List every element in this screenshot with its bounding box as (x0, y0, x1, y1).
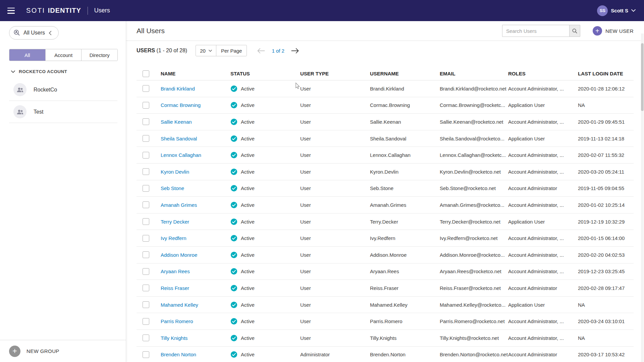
row-checkbox-cell (137, 235, 161, 242)
user-name-link[interactable]: Cormac Browning (161, 102, 201, 108)
row-checkbox[interactable] (143, 301, 149, 308)
last-login-cell: 2020-01-29 09:45:51 (578, 119, 634, 125)
row-checkbox[interactable] (143, 152, 149, 159)
new-group-button[interactable]: + NEW GROUP (0, 340, 126, 362)
row-checkbox-cell (137, 335, 161, 341)
user-name-link[interactable]: Seb Stone (161, 185, 184, 191)
group-item[interactable]: Test (9, 101, 117, 123)
user-name-link[interactable]: Terry Decker (161, 219, 189, 225)
group-item[interactable]: RocketCo (9, 79, 117, 101)
row-checkbox[interactable] (143, 85, 149, 92)
row-checkbox[interactable] (143, 185, 149, 192)
roles-cell: Account Administrator, ... (508, 202, 578, 208)
topbar-divider (88, 7, 88, 15)
column-header-last-login[interactable]: LAST LOGIN DATE (578, 71, 634, 76)
tab-account[interactable]: Account (45, 49, 82, 61)
chevron-down-icon (209, 50, 212, 52)
user-name-link[interactable]: Lennox Callaghan (161, 152, 201, 158)
pagination: 1 of 2 (256, 47, 300, 55)
user-name-link[interactable]: Tilly Knights (161, 335, 187, 341)
status-cell: Active (230, 335, 300, 342)
user-name-link[interactable]: Addison Monroe (161, 252, 197, 258)
column-header-username[interactable]: USERNAME (370, 71, 440, 76)
active-check-icon (230, 201, 237, 208)
user-name-link[interactable]: Amanah Grimes (161, 202, 197, 208)
next-page-button[interactable] (290, 47, 300, 55)
user-name-link[interactable]: Ivy Redfern (161, 235, 186, 241)
row-checkbox[interactable] (143, 335, 149, 341)
new-group-label: NEW GROUP (26, 348, 59, 354)
row-checkbox[interactable] (143, 102, 149, 109)
account-section-header[interactable]: ROCKETCO ACOUNT (11, 69, 67, 74)
chevron-left-icon[interactable] (49, 31, 52, 35)
status-label: Active (241, 318, 255, 324)
per-page-label: Per Page (216, 45, 247, 56)
tab-directory[interactable]: Directory (81, 49, 117, 61)
roles-cell: Account Administrator, ... (508, 235, 578, 241)
user-name-link[interactable]: Reiss Fraser (161, 285, 189, 291)
username-cell: Mahamed.Kelley (370, 302, 440, 308)
search-input[interactable] (502, 25, 569, 37)
column-header-roles[interactable]: ROLES (508, 71, 578, 76)
name-cell: Reiss Fraser (161, 285, 230, 291)
prev-page-button[interactable] (256, 47, 266, 55)
name-cell: Aryaan Rees (161, 268, 230, 274)
users-count-label: USERS (137, 48, 155, 53)
user-name-link[interactable]: Sallie Keenan (161, 119, 192, 125)
user-menu[interactable]: SS Scott S (597, 5, 636, 16)
column-header-user-type[interactable]: USER TYPE (300, 71, 370, 76)
table-row: Parris Romero Active User Parris.Romero … (137, 313, 634, 330)
search-button[interactable] (569, 25, 580, 37)
row-checkbox[interactable] (143, 218, 149, 225)
new-user-button[interactable]: + NEW USER (593, 26, 634, 36)
roles-cell: Account Administrator (508, 285, 578, 291)
avatar[interactable]: SS (597, 5, 608, 16)
topbar-page-title: Users (94, 7, 110, 14)
username-cell: Tilly.Knights (370, 335, 440, 341)
column-header-name[interactable]: NAME (161, 71, 230, 76)
roles-cell: Account Administrator, ... (508, 152, 578, 158)
user-filter-pill[interactable]: All Users (9, 26, 59, 40)
plus-icon: + (9, 346, 20, 357)
user-name-link[interactable]: Aryaan Rees (161, 268, 190, 274)
group-avatar (13, 83, 26, 96)
row-checkbox[interactable] (143, 201, 149, 208)
users-table: NAME STATUS USER TYPE USERNAME EMAIL ROL… (137, 67, 634, 362)
user-name-link[interactable]: Parris Romero (161, 318, 193, 324)
select-all-checkbox[interactable] (143, 70, 149, 77)
row-checkbox[interactable] (143, 268, 149, 275)
user-name-link[interactable]: Kyron Devlin (161, 169, 189, 175)
scrollbar-thumb[interactable] (641, 43, 644, 111)
row-checkbox[interactable] (143, 168, 149, 175)
username-cell: Seb.Stone (370, 185, 440, 191)
status-cell: Active (230, 218, 300, 225)
vertical-scrollbar[interactable] (641, 34, 644, 362)
tab-all[interactable]: All (9, 49, 45, 61)
row-checkbox[interactable] (143, 318, 149, 325)
page-size-select[interactable]: 20 (196, 45, 216, 56)
user-name-link[interactable]: Brandi Kirkland (161, 86, 195, 92)
user-name-link[interactable]: Mahamed Kelley (161, 302, 198, 308)
user-type-cell: User (300, 219, 370, 225)
row-checkbox[interactable] (143, 251, 149, 258)
column-header-status[interactable]: STATUS (230, 71, 300, 76)
row-checkbox[interactable] (143, 118, 149, 125)
email-cell: Brandi.Kirkland@rocketco.net (440, 86, 508, 92)
column-header-email[interactable]: EMAIL (440, 71, 508, 76)
user-name-link[interactable]: Sheila Sandoval (161, 136, 197, 141)
row-checkbox-cell (137, 118, 161, 125)
active-check-icon (230, 102, 237, 109)
row-checkbox[interactable] (143, 235, 149, 242)
row-checkbox[interactable] (143, 285, 149, 291)
row-checkbox[interactable] (143, 135, 149, 142)
menu-icon[interactable] (7, 8, 15, 14)
user-name-link[interactable]: Brenden Norton (161, 352, 196, 357)
last-login-cell: 2020-01-28 12:06:12 (578, 86, 634, 92)
last-login-cell: 2020-02-20 04:02:53 (578, 252, 634, 258)
row-checkbox[interactable] (143, 351, 149, 358)
status-cell: Active (230, 251, 300, 258)
brand-primary: SOTI (26, 7, 45, 14)
row-checkbox-cell (137, 351, 161, 358)
arrow-right-icon (291, 48, 299, 54)
status-label: Active (241, 152, 255, 158)
